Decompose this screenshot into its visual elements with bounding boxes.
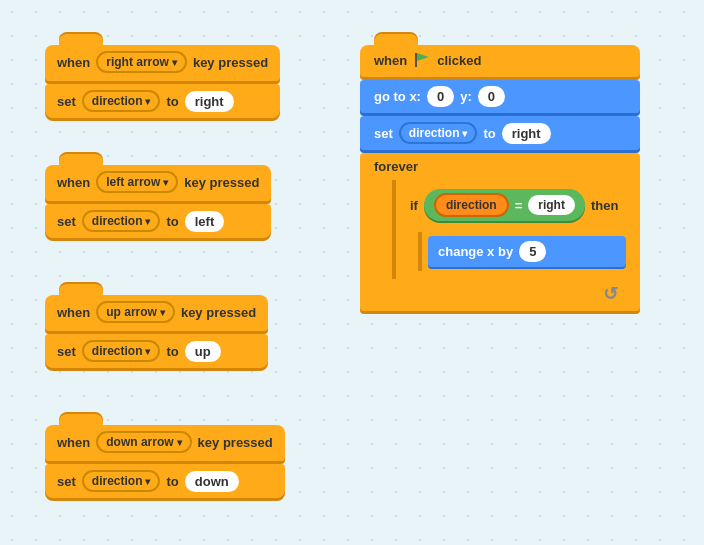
direction-dropdown-3[interactable]: direction [82,340,161,362]
svg-marker-1 [417,53,429,61]
set-label-2: set [57,214,76,229]
when-label-1: when [57,55,90,70]
flag-icon [413,51,431,69]
set-label-1: set [57,94,76,109]
direction-right-value: right [502,123,551,144]
when-label-r: when [374,53,407,68]
then-label: then [591,198,618,213]
left-value: left [185,211,225,232]
to-label-3: to [166,344,178,359]
key-pressed-label-2: key pressed [184,175,259,190]
right-value-1: right [185,91,234,112]
set-label-3: set [57,344,76,359]
down-value: down [185,471,239,492]
right-compare-value: right [528,195,575,215]
direction-dropdown-2[interactable]: direction [82,210,161,232]
set-label-4: set [57,474,76,489]
direction-dropdown-4[interactable]: direction [82,470,161,492]
to-label-1: to [166,94,178,109]
set-label-r: set [374,126,393,141]
svg-rect-0 [415,53,417,67]
when-label-3: when [57,305,90,320]
goto-label: go to x: [374,89,421,104]
if-label: if [410,198,418,213]
key-pressed-label-4: key pressed [198,435,273,450]
to-label-4: to [166,474,178,489]
direction-dropdown-r[interactable]: direction [399,122,478,144]
refresh-icon: ↺ [603,283,618,305]
forever-label: forever [374,159,626,174]
y-value: 0 [478,86,505,107]
up-value: up [185,341,221,362]
right-arrow-dropdown-1[interactable]: right arrow [96,51,187,73]
equals-operator: = [515,198,523,213]
y-label: y: [460,89,472,104]
left-arrow-dropdown[interactable]: left arrow [96,171,178,193]
clicked-label: clicked [437,53,481,68]
key-pressed-label-1: key pressed [193,55,268,70]
x-value: 0 [427,86,454,107]
when-label-2: when [57,175,90,190]
to-label-2: to [166,214,178,229]
when-label-4: when [57,435,90,450]
change-x-by-label: change x by [438,244,513,259]
direction-dropdown-1[interactable]: direction [82,90,161,112]
to-label-r: to [483,126,495,141]
direction-var-pill: direction [434,193,509,217]
down-arrow-dropdown[interactable]: down arrow [96,431,191,453]
change-value: 5 [519,241,546,262]
key-pressed-label-3: key pressed [181,305,256,320]
up-arrow-dropdown[interactable]: up arrow [96,301,175,323]
